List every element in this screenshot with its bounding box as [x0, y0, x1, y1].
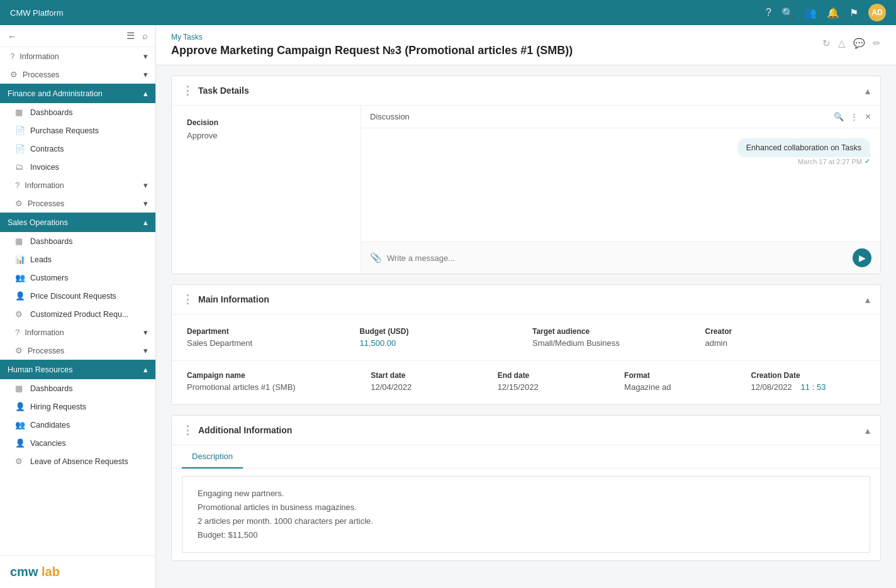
page-header: My Tasks Approve Marketing Campaign Requ… — [156, 25, 896, 65]
sidebar-item-information-fin[interactable]: ? Information — [0, 176, 155, 194]
main-info-title: Main Information — [198, 294, 269, 304]
topbar-title: CMW Platform — [10, 8, 64, 18]
send-button[interactable]: ▶ — [853, 248, 871, 267]
decision-label: Decision — [187, 118, 345, 127]
task-details-title: Task Details — [198, 86, 249, 96]
description-content: Engaging new partners. Promotional artic… — [182, 476, 870, 553]
candidates-icon: 👥 — [15, 420, 25, 430]
bell-icon[interactable]: 🔔 — [827, 7, 839, 19]
main-content: My Tasks Approve Marketing Campaign Requ… — [156, 25, 896, 588]
edit-icon[interactable]: ✏ — [873, 38, 881, 49]
sidebar-item-candidates[interactable]: 👥 Candidates — [0, 416, 155, 434]
comment-icon[interactable]: 💬 — [853, 38, 865, 49]
chevron-down-icon — [143, 199, 148, 208]
task-details-header: ⋮ Task Details — [172, 76, 880, 106]
sidebar-item-processes-sales[interactable]: ⚙ Processes — [0, 341, 155, 360]
sidebar-item-label: Dashboards — [30, 108, 72, 117]
chevron-down-icon — [143, 346, 148, 355]
additional-info-header: ⋮ Additional Information — [172, 416, 880, 445]
search-icon[interactable]: 🔍 — [781, 7, 794, 19]
sidebar-item-label: Candidates — [30, 421, 70, 430]
chevron-down-icon — [143, 328, 148, 337]
decision-value: Approve — [187, 131, 345, 140]
chevron-up-icon — [143, 365, 148, 374]
discussion-search-icon[interactable]: 🔍 — [834, 112, 844, 121]
collapse-icon[interactable] — [865, 85, 870, 97]
discussion-header: Discussion 🔍 ⋮ ✕ — [361, 106, 880, 128]
sidebar-label-information-top: Information — [20, 52, 59, 61]
sidebar-item-label: Customized Product Requ... — [30, 310, 128, 319]
tab-description[interactable]: Description — [182, 445, 243, 469]
discussion-close-icon[interactable]: ✕ — [865, 112, 871, 121]
sidebar-item-label: Dashboards — [30, 237, 72, 246]
drag-handle-icon: ⋮ — [182, 423, 193, 437]
sidebar-item-label: Hiring Requests — [30, 402, 86, 411]
sidebar-section-sales[interactable]: Sales Operations — [0, 213, 155, 232]
chart-icon: 📊 — [15, 255, 25, 264]
main-information-card: ⋮ Main Information Department Sales Depa… — [171, 284, 881, 405]
back-icon[interactable]: ← — [8, 31, 17, 42]
discussion-more-icon[interactable]: ⋮ — [850, 112, 858, 121]
collapse-icon[interactable] — [865, 294, 870, 306]
sidebar-bottom-logo: cmw lab — [0, 555, 155, 588]
processes-icon: ⚙ — [15, 346, 23, 355]
sidebar-item-label: Invoices — [30, 163, 59, 172]
page-title: Approve Marketing Campaign Request №3 (P… — [171, 44, 573, 57]
discussion-body: Enhanced collaboration on Tasks March 17… — [361, 128, 880, 241]
sidebar-item-customized-product[interactable]: ⚙ Customized Product Requ... — [0, 305, 155, 323]
desc-line-4: Budget: $11,500 — [198, 528, 854, 542]
sidebar-item-information-sales[interactable]: ? Information — [0, 323, 155, 341]
collapse-icon[interactable] — [865, 424, 870, 436]
info-icon: ? — [10, 52, 14, 61]
sidebar-item-label: Customers — [30, 274, 68, 282]
sidebar-item-contracts[interactable]: 📄 Contracts — [0, 140, 155, 158]
sidebar-item-invoices[interactable]: 🗂 Invoices — [0, 158, 155, 176]
refresh-icon[interactable]: ↻ — [822, 38, 831, 49]
help-icon[interactable]: ? — [766, 7, 771, 18]
sidebar-item-hiring-requests[interactable]: 👤 Hiring Requests — [0, 397, 155, 416]
sidebar-item-dashboards-hr[interactable]: ▦ Dashboards — [0, 379, 155, 397]
user-avatar[interactable]: AD — [868, 4, 886, 21]
doc-icon: 📄 — [15, 144, 25, 153]
desc-line-1: Engaging new partners. — [198, 487, 854, 501]
bottom-logo-text: cmw lab — [10, 565, 60, 579]
sidebar-item-vacancies[interactable]: 👤 Vacancies — [0, 434, 155, 452]
task-decision-panel: Decision Approve — [172, 106, 361, 274]
sidebar-section-label-hr: Human Resources — [8, 365, 73, 374]
message-input[interactable] — [387, 253, 848, 263]
flag-icon[interactable]: ⚑ — [849, 7, 858, 19]
sidebar-section-finance[interactable]: Finance and Administration — [0, 84, 155, 103]
users-icon[interactable]: 👥 — [804, 7, 817, 19]
sidebar-item-dashboards-sales[interactable]: ▦ Dashboards — [0, 232, 155, 250]
sidebar-item-information-top[interactable]: ? Information — [0, 47, 155, 65]
check-icon: ✓ — [865, 157, 870, 165]
sidebar-search-icon[interactable]: ⌕ — [142, 30, 148, 42]
sidebar-item-leads[interactable]: 📊 Leads — [0, 250, 155, 269]
field-format: Format Magazine ad — [624, 371, 738, 392]
sidebar-item-dashboards-fin[interactable]: ▦ Dashboards — [0, 103, 155, 121]
sidebar-item-leave-absence[interactable]: ⚙ Leave of Absence Requests — [0, 452, 155, 470]
sidebar-label-processes-top: Processes — [23, 70, 59, 79]
sidebar-item-label: Contracts — [30, 145, 64, 153]
attach-icon[interactable]: 📎 — [370, 252, 382, 263]
dashboard-icon: ▦ — [15, 236, 25, 246]
task-details-card: ⋮ Task Details Decision Approve Discussi… — [171, 75, 881, 274]
menu-icon[interactable]: ☰ — [126, 30, 135, 42]
field-start-date: Start date 12/04/2022 — [371, 371, 484, 392]
sidebar-section-hr[interactable]: Human Resources — [0, 360, 155, 379]
product-icon: ⚙ — [15, 309, 25, 319]
sidebar-item-label: Dashboards — [30, 384, 72, 393]
customers-icon: 👥 — [15, 273, 25, 282]
tab-bar: Description — [172, 445, 880, 469]
sidebar-item-customers[interactable]: 👥 Customers — [0, 269, 155, 287]
sidebar-item-processes-top[interactable]: ⚙ Processes — [0, 65, 155, 84]
sidebar-item-processes-fin[interactable]: ⚙ Processes — [0, 194, 155, 213]
breadcrumb[interactable]: My Tasks — [171, 33, 573, 42]
warning-icon[interactable]: △ — [838, 38, 846, 49]
sidebar-item-purchase-requests[interactable]: 📄 Purchase Requests — [0, 121, 155, 140]
additional-info-title: Additional Information — [198, 425, 292, 435]
sidebar-section-label-finance: Finance and Administration — [8, 89, 103, 98]
chevron-up-icon — [143, 218, 148, 227]
sidebar-item-price-discount[interactable]: 👤 Price Discount Requests — [0, 287, 155, 305]
info-icon: ? — [15, 328, 20, 337]
